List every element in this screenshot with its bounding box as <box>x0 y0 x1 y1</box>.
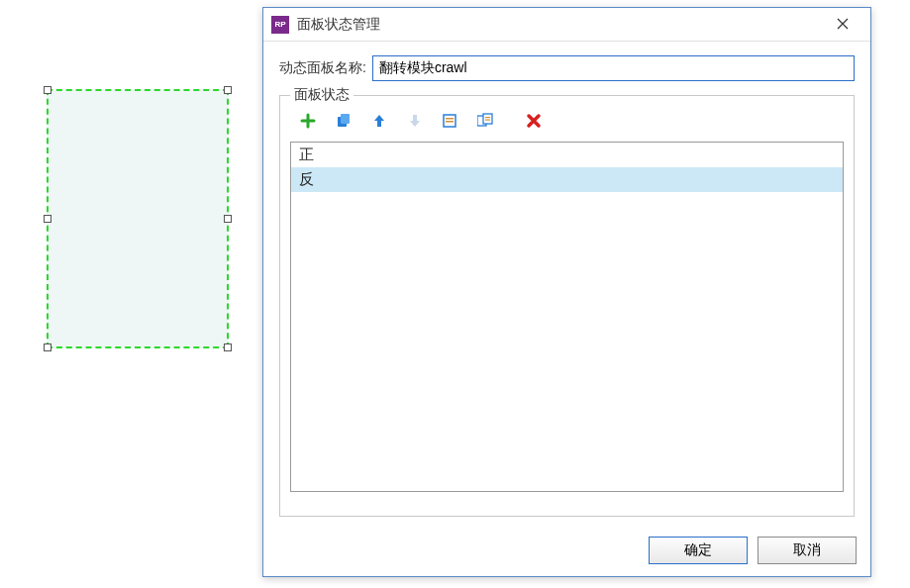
fieldset-legend: 面板状态 <box>290 86 354 104</box>
add-icon <box>300 113 316 132</box>
dialog-footer: 确定 取消 <box>649 537 857 564</box>
panel-name-label: 动态面板名称: <box>279 59 366 77</box>
arrow-down-icon <box>407 113 423 132</box>
svg-rect-7 <box>485 117 490 118</box>
panel-name-input[interactable] <box>372 55 855 81</box>
svg-rect-3 <box>446 118 454 120</box>
close-button[interactable] <box>823 11 862 39</box>
state-row[interactable]: 正 <box>291 143 843 167</box>
move-up-button[interactable] <box>369 112 389 132</box>
edit-all-icon <box>477 113 495 132</box>
dialog-body: 动态面板名称: 面板状态 <box>263 42 870 527</box>
delete-icon <box>526 113 542 132</box>
move-down-button[interactable] <box>405 112 425 132</box>
resize-handle-ml[interactable] <box>44 215 51 223</box>
svg-rect-6 <box>483 114 492 124</box>
arrow-up-icon <box>371 113 387 132</box>
edit-all-states-button[interactable] <box>476 112 496 132</box>
app-icon: RP <box>271 16 289 34</box>
state-toolbar <box>290 106 844 142</box>
cancel-button[interactable]: 取消 <box>758 537 857 564</box>
svg-rect-1 <box>341 114 350 124</box>
svg-rect-8 <box>485 119 490 120</box>
resize-handle-tl[interactable] <box>44 86 51 94</box>
dialog-title: 面板状态管理 <box>297 16 823 34</box>
panel-states-fieldset: 面板状态 <box>279 95 855 517</box>
dynamic-panel-selection[interactable] <box>47 89 229 348</box>
edit-state-button[interactable] <box>441 112 460 132</box>
resize-handle-bl[interactable] <box>44 343 51 351</box>
resize-handle-br[interactable] <box>224 343 232 351</box>
add-state-button[interactable] <box>298 112 318 132</box>
duplicate-state-button[interactable] <box>334 112 354 132</box>
ok-button[interactable]: 确定 <box>649 537 748 564</box>
edit-states-icon <box>443 113 458 132</box>
delete-state-button[interactable] <box>524 112 544 132</box>
state-row[interactable]: 反 <box>291 167 843 192</box>
titlebar: RP 面板状态管理 <box>263 8 870 42</box>
panel-name-row: 动态面板名称: <box>279 55 855 81</box>
resize-handle-tr[interactable] <box>224 86 232 94</box>
duplicate-icon <box>336 113 352 132</box>
resize-handle-mr[interactable] <box>224 215 232 223</box>
svg-rect-4 <box>446 121 454 123</box>
panel-state-manager-dialog: RP 面板状态管理 动态面板名称: 面板状态 <box>262 7 871 577</box>
close-icon <box>837 16 849 34</box>
state-list[interactable]: 正反 <box>290 142 844 492</box>
